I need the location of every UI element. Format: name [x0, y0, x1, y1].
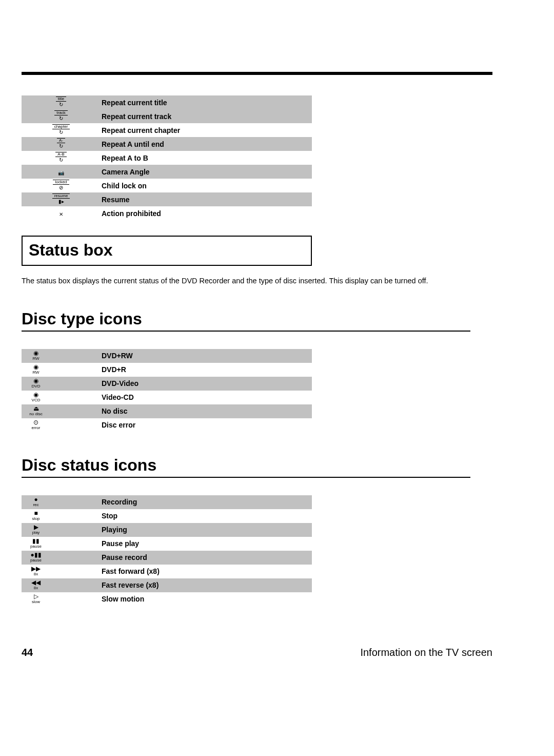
status-box-heading: Status box	[29, 241, 305, 260]
icon-cell: ◉RW	[22, 363, 101, 377]
icon-cell: A-B↻	[22, 151, 101, 165]
status-icon: ◉DVD	[26, 378, 46, 389]
disc-type-heading: Disc type icons	[22, 309, 470, 332]
status-box-paragraph: The status box displays the current stat…	[22, 276, 470, 286]
icon-cell: chapter↻	[22, 123, 101, 137]
icon-description: DVD+RW	[101, 349, 312, 363]
table-row: title↻Repeat current title	[22, 95, 312, 109]
icon-cell: ▶play	[22, 523, 101, 537]
icon-cell: locked⊘	[22, 179, 101, 192]
table-row: ◉DVDDVD-Video	[22, 377, 312, 391]
table-row: ●recRecording	[22, 495, 312, 509]
table-row: ◉RWDVD+RW	[22, 349, 312, 363]
disc-status-table: ●recRecording■stopStop▶playPlaying▮▮paus…	[22, 495, 312, 606]
status-icon: ⊙error	[26, 419, 46, 430]
icon-description: Repeat current title	[101, 95, 312, 109]
disc-status-tbody: ●recRecording■stopStop▶playPlaying▮▮paus…	[22, 495, 312, 606]
table-row: ●▮▮pausePause record	[22, 551, 312, 565]
icon-description: DVD+R	[101, 363, 312, 377]
icon-cell: ▮▮pause	[22, 537, 101, 551]
icon-cell: A-↻	[22, 137, 101, 151]
icon-description: No disc	[101, 404, 312, 418]
icon-cell: ⏏no disc	[22, 404, 101, 418]
status-icon: ■stop	[26, 510, 46, 521]
disc-type-tbody: ◉RWDVD+RW◉RWDVD+R◉DVDDVD-Video◉VCDVideo-…	[22, 349, 312, 432]
table-row: ⊙errorDisc error	[22, 418, 312, 432]
icon-description: Child lock on	[101, 179, 312, 192]
status-icon: ⏏no disc	[26, 405, 46, 416]
table-row: ✕Action prohibited	[22, 206, 312, 220]
table-row: ▶▶8xFast forward (x8)	[22, 565, 312, 578]
icon-cell: 📷	[22, 165, 101, 179]
page: title↻Repeat current titletrack↻Repeat c…	[0, 0, 554, 606]
table-row: ◉VCDVideo-CD	[22, 391, 312, 404]
status-icon: title↻	[46, 96, 76, 107]
table-row: track↻Repeat current track	[22, 109, 312, 123]
icon-cell: ⊙error	[22, 418, 101, 432]
status-icon: 📷	[46, 170, 76, 176]
status-icon: ◉RW	[26, 364, 46, 375]
table-row: A-B↻Repeat A to B	[22, 151, 312, 165]
icon-cell: ◉RW	[22, 349, 101, 363]
status-icon: resume▮▸	[46, 193, 76, 204]
disc-type-table: ◉RWDVD+RW◉RWDVD+R◉DVDDVD-Video◉VCDVideo-…	[22, 349, 312, 432]
icon-description: Slow motion	[101, 592, 312, 606]
status-icon: ●rec	[26, 496, 46, 507]
table-row: ◀◀8xFast reverse (x8)	[22, 578, 312, 592]
status-icon: ◀◀8x	[26, 579, 46, 590]
icon-description: Repeat A to B	[101, 151, 312, 165]
icon-cell: ◉VCD	[22, 391, 101, 404]
status-icon: ◉RW	[26, 350, 46, 361]
status-icon: A-↻	[46, 138, 76, 149]
table-row: A-↻Repeat A until end	[22, 137, 312, 151]
icon-cell: track↻	[22, 109, 101, 123]
icon-cell: ▶▶8x	[22, 565, 101, 578]
status-icon: ▶play	[26, 524, 46, 535]
table-row: ■stopStop	[22, 509, 312, 523]
footer-text: Information on the TV screen	[360, 647, 492, 658]
icon-description: DVD-Video	[101, 377, 312, 391]
status-icon: ●▮▮pause	[26, 552, 46, 563]
icon-description: Repeat current chapter	[101, 123, 312, 137]
status-icon: track↻	[46, 110, 76, 121]
top-rule	[22, 72, 492, 75]
icon-description: Repeat A until end	[101, 137, 312, 151]
icon-cell: ◉DVD	[22, 377, 101, 391]
footer: 44 Information on the TV screen	[22, 647, 492, 658]
table-row: ▶playPlaying	[22, 523, 312, 537]
icon-meaning-table: title↻Repeat current titletrack↻Repeat c…	[22, 95, 312, 220]
page-number: 44	[22, 647, 33, 658]
icon-description: Stop	[101, 509, 312, 523]
status-box-frame: Status box	[22, 236, 312, 266]
icon-description: Video-CD	[101, 391, 312, 404]
icon-cell: resume▮▸	[22, 192, 101, 206]
status-icon: ✕	[46, 211, 76, 217]
icon-cell: title↻	[22, 95, 101, 109]
table-row: ▮▮pausePause play	[22, 537, 312, 551]
icon-description: Resume	[101, 192, 312, 206]
icon-cell: ▷slow	[22, 592, 101, 606]
table-row: ⏏no discNo disc	[22, 404, 312, 418]
status-icon: ▶▶8x	[26, 566, 46, 576]
icon-meaning-tbody: title↻Repeat current titletrack↻Repeat c…	[22, 95, 312, 220]
icon-cell: ●▮▮pause	[22, 551, 101, 565]
icon-description: Fast reverse (x8)	[101, 578, 312, 592]
status-icon: chapter↻	[46, 124, 76, 135]
icon-cell: ●rec	[22, 495, 101, 509]
table-row: resume▮▸Resume	[22, 192, 312, 206]
disc-status-heading: Disc status icons	[22, 456, 470, 478]
icon-description: Action prohibited	[101, 206, 312, 220]
status-icon: ▮▮pause	[26, 538, 46, 549]
icon-description: Camera Angle	[101, 165, 312, 179]
status-icon: ◉VCD	[26, 392, 46, 402]
icon-description: Pause record	[101, 551, 312, 565]
table-row: chapter↻Repeat current chapter	[22, 123, 312, 137]
icon-description: Playing	[101, 523, 312, 537]
table-row: 📷Camera Angle	[22, 165, 312, 179]
table-row: locked⊘Child lock on	[22, 179, 312, 192]
icon-description: Fast forward (x8)	[101, 565, 312, 578]
status-icon: A-B↻	[46, 152, 76, 163]
icon-cell: ◀◀8x	[22, 578, 101, 592]
icon-description: Recording	[101, 495, 312, 509]
icon-description: Pause play	[101, 537, 312, 551]
